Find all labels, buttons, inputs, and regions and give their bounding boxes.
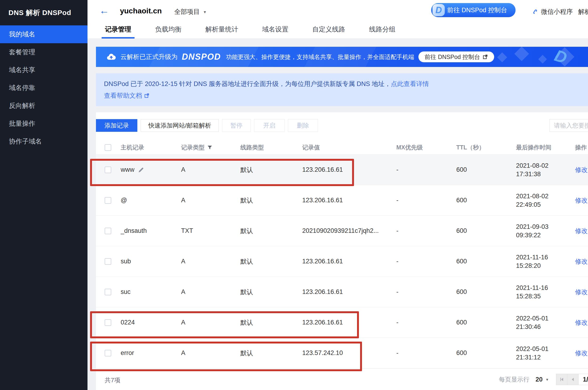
- record-value: 123.57.242.10: [302, 349, 396, 357]
- column-header-host: 主机记录: [121, 144, 181, 151]
- enable-button[interactable]: 开启: [254, 119, 285, 132]
- notice-detail-link[interactable]: 点此查看详情: [391, 80, 429, 87]
- row-checkbox[interactable]: [105, 197, 111, 204]
- last-operation-clock: 21:31:12: [516, 353, 575, 362]
- mx-priority: -: [396, 349, 456, 357]
- goto-dnspod-console-button[interactable]: D 前往 DNSPod 控制台: [431, 3, 516, 17]
- last-operation-date: 2021-11-16: [516, 253, 575, 261]
- search-input[interactable]: [549, 119, 588, 132]
- page-indicator[interactable]: 1/: [579, 374, 588, 385]
- tab-custom-lines[interactable]: 自定义线路: [312, 25, 345, 39]
- host-record: suc: [121, 288, 130, 295]
- truncated-right-link[interactable]: 解析: [578, 7, 588, 16]
- prev-page-button[interactable]: [567, 374, 579, 385]
- ttl-value: 600: [456, 227, 516, 235]
- record-value: 123.206.16.61: [302, 166, 396, 173]
- sidebar-item-label: 反向解析: [9, 101, 35, 110]
- project-selector[interactable]: 全部项目▼: [174, 7, 207, 16]
- table-header: 主机记录 记录类型 线路类型 记录值 MX优先级 TTL（秒） 最后操作时间 操…: [96, 141, 588, 155]
- main-area: ← yuchaoit.cn 全部项目▼ D 前往 DNSPod 控制台 微信小程…: [87, 0, 588, 390]
- first-page-button[interactable]: [556, 374, 567, 385]
- line-type: 默认: [240, 288, 302, 296]
- select-all-checkbox[interactable]: [105, 144, 111, 151]
- modify-link[interactable]: 修改: [575, 289, 588, 295]
- table-row[interactable]: 0224 A 默认 123.206.16.61 - 600 2022-05-01…: [96, 307, 588, 338]
- notice-help-link[interactable]: 查看帮助文档: [104, 91, 142, 100]
- sidebar-item-label: 域名停靠: [9, 83, 35, 92]
- external-link-icon: [144, 93, 150, 98]
- tab-line-groups[interactable]: 线路分组: [369, 25, 395, 39]
- banner-console-button[interactable]: 前往 DNSPod 控制台: [418, 51, 494, 62]
- banner-illustration: D: [482, 47, 581, 67]
- row-checkbox[interactable]: [105, 228, 111, 234]
- add-record-button[interactable]: 添加记录: [96, 119, 137, 132]
- row-checkbox[interactable]: [105, 289, 111, 295]
- sidebar-item-my-domains[interactable]: 我的域名: [0, 25, 87, 43]
- wechat-mini-program-label: 微信小程序: [541, 7, 573, 16]
- dns-upgrade-notice: DNSPod 已于 2020-12-15 针对 DNS 服务器地址进行全面升级，…: [96, 73, 588, 106]
- modify-link[interactable]: 修改: [575, 258, 588, 265]
- rows-per-page-select[interactable]: 20: [535, 376, 543, 383]
- last-operation-date: 2021-09-03: [516, 223, 575, 231]
- record-type: A: [181, 349, 240, 357]
- sidebar-item-plan-management[interactable]: 套餐管理: [0, 43, 87, 61]
- table-footer: 共7项 每页显示行 20 ▼ 1/: [96, 368, 588, 390]
- table-row[interactable]: error A 默认 123.57.242.10 - 600 2022-05-0…: [96, 338, 588, 368]
- table-row[interactable]: sub A 默认 123.206.16.61 - 600 2021-11-16 …: [96, 246, 588, 277]
- last-operation-time: 2022-05-01 21:31:12: [516, 345, 575, 362]
- last-operation-date: 2021-08-02: [516, 192, 575, 200]
- column-header-time: 最后操作时间: [516, 144, 575, 151]
- tab-load-balancing[interactable]: 负载均衡: [155, 25, 181, 39]
- delete-button[interactable]: 删除: [288, 119, 318, 132]
- quick-add-button[interactable]: 快速添加网站/邮箱解析: [141, 119, 219, 132]
- pencil-icon[interactable]: [138, 167, 144, 173]
- mx-priority: -: [396, 288, 456, 295]
- wechat-mini-program-link[interactable]: 微信小程序: [532, 7, 573, 16]
- host-record: 0224: [121, 319, 135, 326]
- tab-domain-settings[interactable]: 域名设置: [262, 25, 288, 39]
- back-arrow-icon[interactable]: ←: [99, 6, 109, 15]
- sidebar-item-collaborative-subdomains[interactable]: 协作子域名: [0, 133, 87, 150]
- dnspod-brand-logo: DNSPOD: [182, 52, 221, 62]
- mx-priority: -: [396, 166, 456, 173]
- mx-priority: -: [396, 319, 456, 326]
- last-operation-clock: 21:30:46: [516, 323, 575, 331]
- row-checkbox[interactable]: [105, 350, 111, 356]
- table-body: www A 默认 123.206.16.61 - 600 2021-08-02 …: [96, 155, 588, 368]
- tab-resolution-statistics[interactable]: 解析量统计: [205, 25, 238, 39]
- pause-button[interactable]: 暂停: [222, 119, 251, 132]
- ttl-value: 600: [456, 197, 516, 204]
- table-row[interactable]: @ A 默认 123.206.16.61 - 600 2021-08-02 22…: [96, 185, 588, 216]
- row-checkbox[interactable]: [105, 258, 111, 265]
- notice-message: DNSPod 已于 2020-12-15 针对 DNS 服务器地址进行全面升级，…: [104, 80, 391, 87]
- record-value: 123.206.16.61: [302, 258, 396, 265]
- column-header-ttl: TTL（秒）: [456, 144, 516, 151]
- modify-link[interactable]: 修改: [575, 227, 588, 235]
- rows-per-page-label: 每页显示行: [499, 375, 529, 384]
- last-operation-clock: 15:28:20: [516, 261, 575, 270]
- sidebar-item-batch-operations[interactable]: 批量操作: [0, 115, 87, 133]
- mx-priority: -: [396, 227, 456, 235]
- table-row[interactable]: www A 默认 123.206.16.61 - 600 2021-08-02 …: [96, 155, 588, 185]
- line-type: 默认: [240, 166, 302, 174]
- sidebar-item-domain-sharing[interactable]: 域名共享: [0, 61, 87, 79]
- modify-link[interactable]: 修改: [575, 350, 588, 357]
- banner-upgrade-text: 云解析已正式升级为: [120, 53, 177, 61]
- goto-dnspod-console-label: 前往 DNSPod 控制台: [447, 6, 507, 14]
- host-record: www: [121, 166, 134, 173]
- chevron-down-icon[interactable]: ▼: [545, 378, 549, 382]
- sidebar-item-reverse-dns[interactable]: 反向解析: [0, 97, 87, 115]
- filter-funnel-icon[interactable]: [207, 145, 213, 150]
- table-row[interactable]: suc A 默认 123.206.16.61 - 600 2021-11-16 …: [96, 277, 588, 307]
- tab-record-management[interactable]: 记录管理: [105, 25, 131, 39]
- banner-console-button-label: 前往 DNSPod 控制台: [424, 53, 480, 61]
- row-checkbox[interactable]: [105, 167, 111, 173]
- modify-link[interactable]: 修改: [575, 197, 588, 204]
- tab-bar: 记录管理 负载均衡 解析量统计 域名设置 自定义线路 线路分组: [87, 25, 588, 39]
- record-value: 202109020939211c7jqh2...: [302, 227, 396, 235]
- row-checkbox[interactable]: [105, 319, 111, 326]
- modify-link[interactable]: 修改: [575, 319, 588, 326]
- modify-link[interactable]: 修改: [575, 166, 588, 173]
- sidebar-item-domain-parking[interactable]: 域名停靠: [0, 79, 87, 97]
- table-row[interactable]: _dnsauth TXT 默认 202109020939211c7jqh2...…: [96, 216, 588, 246]
